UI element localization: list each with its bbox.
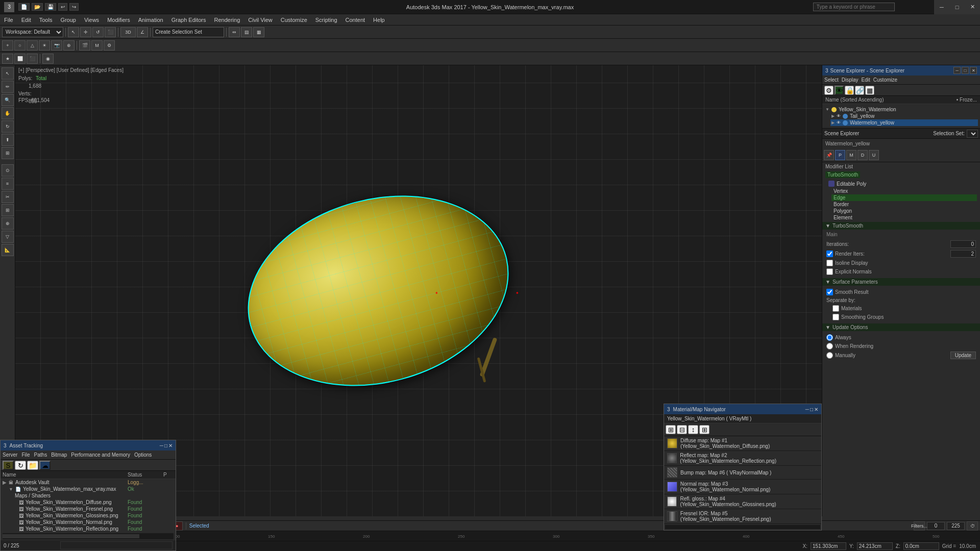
select-btn[interactable]: ↖ — [68, 27, 79, 37]
at-menu-performance[interactable]: Performance and Memory — [71, 452, 130, 458]
se-link-btn[interactable]: 🔗 — [855, 86, 864, 95]
close-btn[interactable]: ✕ — [965, 0, 980, 14]
mod-polygon[interactable]: Polygon — [831, 208, 977, 214]
render-setup-btn[interactable]: ⚙ — [104, 40, 115, 51]
anim-end-input[interactable] — [947, 522, 965, 530]
mat-map-1[interactable]: Reflect map: Map #2 (Yellow_Skin_Waterme… — [664, 451, 821, 466]
maximize-btn[interactable]: □ — [949, 0, 965, 14]
at-server-btn[interactable]: S — [3, 461, 14, 470]
menu-item-animation[interactable]: Animation — [134, 14, 167, 25]
menu-item-tools[interactable]: Tools — [35, 14, 57, 25]
uo-manually-radio[interactable] — [826, 352, 833, 359]
sp-smoothgroups-check[interactable] — [832, 314, 839, 320]
rotate-btn[interactable]: ↺ — [92, 27, 104, 37]
orbit-tool[interactable]: ↻ — [2, 120, 14, 133]
se-menu-customize[interactable]: Customize — [873, 77, 897, 83]
tree-item-watermelon[interactable]: ▶ 👁 Watermelon_yellow — [830, 119, 978, 126]
mat-map-2[interactable]: Bump map: Map #6 ( VRayNormalMap ) — [664, 466, 821, 480]
mod-motion-btn[interactable]: M — [846, 150, 856, 160]
mat-tool-3[interactable]: ↕ — [688, 425, 698, 434]
menu-item-group[interactable]: Group — [56, 14, 80, 25]
ts-render-iters-input[interactable] — [950, 250, 976, 258]
at-menu-server[interactable]: Server — [3, 452, 17, 458]
mod-utility-btn[interactable]: U — [869, 150, 879, 160]
mod-display-btn[interactable]: D — [857, 150, 868, 160]
pivot-tool[interactable]: ⊙ — [2, 164, 14, 177]
at-row-7[interactable]: 🖼 Yellow_Skin_Watermelon_Reflection.png … — [1, 525, 176, 532]
at-menu-options[interactable]: Options — [134, 452, 152, 458]
tree-expand-root[interactable]: ▼ — [825, 107, 829, 112]
mod-border[interactable]: Border — [831, 201, 977, 208]
at-scrollbar-h[interactable] — [3, 533, 174, 539]
at-row-1[interactable]: ▼ 📄 Yellow_Skin_Watermelon_max_vray.max … — [1, 486, 176, 492]
snap-btn[interactable]: 3D — [120, 27, 136, 37]
at-menu-file[interactable]: File — [21, 452, 30, 458]
ts-render-iters-check[interactable] — [826, 251, 833, 257]
mod-edge[interactable]: Edge — [831, 194, 977, 201]
paint-tool[interactable]: ✏ — [2, 81, 14, 93]
at-cloud-btn[interactable]: ☁ — [39, 461, 51, 470]
at-row-2[interactable]: Maps / Shaders — [1, 492, 176, 499]
se-menu-edit[interactable]: Edit — [862, 77, 870, 83]
menu-item-civil-view[interactable]: Civil View — [244, 14, 276, 25]
at-row-0[interactable]: ▶ 🏛 Autodesk Vault Logg... — [1, 479, 176, 486]
measure-tool[interactable]: 📐 — [2, 244, 14, 256]
new-btn[interactable]: 📄 — [18, 3, 30, 11]
mat-map-3[interactable]: Normal map: Map #3 (Yellow_Skin_Watermel… — [664, 480, 821, 494]
undo-btn[interactable]: ↩ — [58, 3, 67, 11]
menu-item-customize[interactable]: Customize — [277, 14, 311, 25]
mod-param-btn[interactable]: P — [835, 150, 845, 160]
at-close[interactable]: ✕ — [168, 443, 173, 448]
clip-tool[interactable]: ✂ — [2, 191, 14, 203]
mod-vertex[interactable]: Vertex — [831, 188, 977, 194]
named-sel-btn[interactable]: ★ — [2, 54, 13, 64]
at-row-6[interactable]: 🖼 Yellow_Skin_Watermelon_Normal.png Foun… — [1, 519, 176, 525]
ts-isoline-check[interactable] — [826, 260, 833, 266]
se-filter-btn[interactable]: ⚙ — [824, 86, 834, 95]
mod-pin-btn[interactable]: 📌 — [824, 150, 834, 160]
search-input[interactable] — [813, 3, 895, 11]
array-tool[interactable]: ⊞ — [2, 204, 14, 216]
se-close[interactable]: ✕ — [970, 67, 977, 74]
workspace-selector[interactable]: Workspace: Default — [2, 27, 63, 37]
mat-map-5[interactable]: Fresnel IOR: Map #5 (Yellow_Skin_Waterme… — [664, 509, 821, 524]
mat-map-0[interactable]: Diffuse map: Map #1 (Yellow_Skin_Waterme… — [664, 436, 821, 451]
at-row-4[interactable]: 🖼 Yellow_Skin_Watermelon_Fresnel.png Fou… — [1, 506, 176, 512]
mat-tool-2[interactable]: ⊟ — [677, 425, 687, 434]
geometry-btn[interactable]: ○ — [14, 40, 26, 51]
menu-item-content[interactable]: Content — [341, 14, 370, 25]
helper-btn[interactable]: ⊕ — [63, 40, 75, 51]
selection-set-input[interactable] — [153, 27, 224, 37]
se-selection-dropdown[interactable] — [967, 130, 978, 138]
align-left[interactable]: ≡ — [2, 178, 14, 190]
anim-time-config[interactable]: ⏱ — [967, 521, 978, 531]
menu-item-rendering[interactable]: Rendering — [210, 14, 244, 25]
uo-update-btn[interactable]: Update — [950, 352, 976, 359]
surface-params-header[interactable]: ▼ Surface Parameters — [822, 278, 980, 286]
tree-item-root[interactable]: ▼ Yellow_Skin_Watermelon — [824, 106, 978, 113]
at-refresh-btn[interactable]: ↻ — [15, 461, 26, 470]
mat-map-4[interactable]: Refl. gloss.: Map #4 (Yellow_Skin_Waterm… — [664, 494, 821, 509]
at-row-5[interactable]: 🖼 Yellow_Skin_Watermelon_Glossines.png F… — [1, 512, 176, 519]
at-row-3[interactable]: 🖼 Yellow_Skin_Watermelon_Diffuse.png Fou… — [1, 499, 176, 506]
redo-btn[interactable]: ↪ — [69, 3, 79, 11]
align-btn[interactable]: ▤ — [241, 27, 252, 37]
isolate-btn[interactable]: ◉ — [42, 54, 54, 64]
mat-editor-btn[interactable]: M — [91, 40, 103, 51]
zoom-extent[interactable]: ⊞ — [2, 147, 14, 159]
mod-item-editpoly[interactable]: Editable Poly — [825, 180, 977, 188]
filter-tool[interactable]: ▽ — [2, 231, 14, 243]
scale-btn[interactable]: ⬛ — [105, 27, 116, 37]
anim-filter-btn[interactable]: Filters... — [914, 521, 925, 531]
se-menu-select[interactable]: Select — [824, 77, 839, 83]
se-layer-btn[interactable]: ▦ — [865, 86, 874, 95]
sp-materials-check[interactable] — [832, 305, 839, 312]
mat-minimize[interactable]: ─ — [805, 407, 809, 412]
layer-btn[interactable]: ▦ — [253, 27, 264, 37]
at-maximize[interactable]: □ — [164, 443, 167, 448]
se-lock-btn[interactable]: 🔒 — [845, 86, 854, 95]
camera-btn[interactable]: 📷 — [51, 40, 62, 51]
shade-btn[interactable]: ⬛ — [27, 54, 38, 64]
save-btn[interactable]: 💾 — [45, 3, 56, 11]
zoom-tool[interactable]: 🔍 — [2, 94, 14, 106]
